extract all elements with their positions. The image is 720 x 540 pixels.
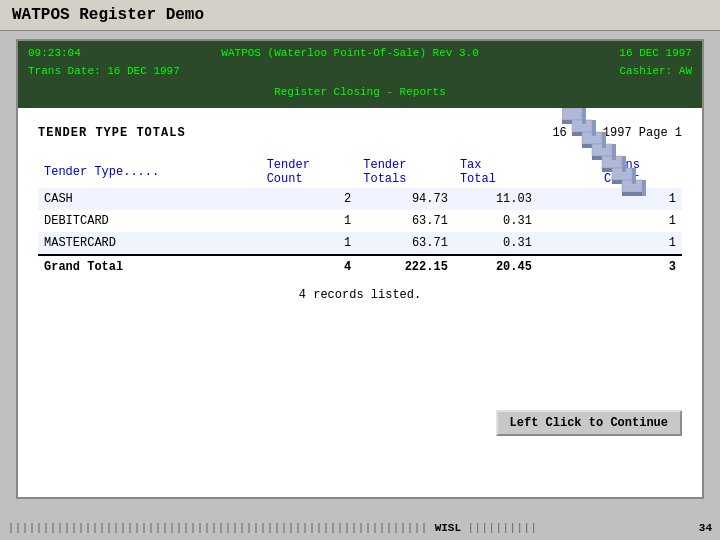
grand-total-row: Grand Total 4 222.15 20.45 3: [38, 255, 682, 278]
svg-rect-20: [642, 180, 646, 196]
header-line1: 09:23:04 WATPOS (Waterloo Point-Of-Sale)…: [28, 45, 692, 63]
header-date: 16 DEC 1997: [619, 45, 692, 63]
grand-total-label: Grand Total: [38, 255, 261, 278]
terminal-header: 09:23:04 WATPOS (Waterloo Point-Of-Sale)…: [18, 41, 702, 108]
svg-rect-14: [582, 108, 586, 124]
continue-button[interactable]: Left Click to Continue: [496, 410, 682, 436]
bottom-bar: ||||||||||||||||||||||||||||||||||||||||…: [0, 516, 720, 540]
cell-tax: 0.31: [454, 232, 538, 255]
header-trans-date: Trans Date: 16 DEC 1997: [28, 63, 180, 81]
svg-rect-15: [592, 120, 596, 136]
cell-type: MASTERCARD: [38, 232, 261, 255]
header-cashier: Cashier: AW: [619, 63, 692, 81]
cell-count: 1: [261, 232, 358, 255]
col-header-count: TenderCount: [261, 156, 358, 188]
header-line2: Trans Date: 16 DEC 1997 Cashier: AW: [28, 63, 692, 81]
bottom-app-name: WISL: [428, 522, 468, 534]
svg-rect-19: [632, 168, 636, 184]
records-listed: 4 records listed.: [38, 288, 682, 302]
cell-trans: 1: [598, 232, 682, 255]
svg-rect-18: [622, 156, 626, 172]
cell-totals: 63.71: [357, 232, 454, 255]
cell-totals: 63.71: [357, 210, 454, 232]
cell-type: CASH: [38, 188, 261, 210]
table-row: MASTERCARD 1 63.71 0.31 1: [38, 232, 682, 255]
cell-count: 2: [261, 188, 358, 210]
grand-total-count: 4: [261, 255, 358, 278]
svg-rect-17: [612, 144, 616, 160]
header-time: 09:23:04: [28, 45, 81, 63]
col-header-tax: TaxTotal: [454, 156, 538, 188]
report-title: TENDER TYPE TOTALS: [38, 126, 186, 140]
cell-spacer: [538, 232, 598, 255]
grand-total-trans: 3: [598, 255, 682, 278]
bottom-pattern-left: ||||||||||||||||||||||||||||||||||||||||…: [8, 523, 428, 534]
title-bar: WATPOS Register Demo: [0, 0, 720, 31]
cell-totals: 94.73: [357, 188, 454, 210]
grand-total-totals: 222.15: [357, 255, 454, 278]
svg-rect-16: [602, 132, 606, 148]
cell-tax: 0.31: [454, 210, 538, 232]
cell-count: 1: [261, 210, 358, 232]
svg-rect-0: [562, 108, 582, 120]
cell-tax: 11.03: [454, 188, 538, 210]
header-system-line: WATPOS (Waterloo Point-Of-Sale) Rev 3.0: [221, 45, 478, 63]
cell-type: DEBITCARD: [38, 210, 261, 232]
grand-total-spacer: [538, 255, 598, 278]
col-header-totals: TenderTotals: [357, 156, 454, 188]
bottom-page-num: 34: [693, 522, 712, 534]
staircase-decoration: [562, 108, 682, 208]
bottom-pattern-right: ||||||||||: [468, 523, 693, 534]
cell-spacer: [538, 210, 598, 232]
svg-rect-13: [622, 192, 642, 196]
header-center-line: Register Closing - Reports: [28, 82, 692, 104]
cell-trans: 1: [598, 210, 682, 232]
grand-total-tax: 20.45: [454, 255, 538, 278]
col-header-type: Tender Type.....: [38, 156, 261, 188]
report-area: TENDER TYPE TOTALS 16 Dec 1997 Page 1 Te…: [18, 108, 702, 448]
app-title: WATPOS Register Demo: [12, 6, 204, 24]
table-row: DEBITCARD 1 63.71 0.31 1: [38, 210, 682, 232]
main-window: 09:23:04 WATPOS (Waterloo Point-Of-Sale)…: [16, 39, 704, 499]
